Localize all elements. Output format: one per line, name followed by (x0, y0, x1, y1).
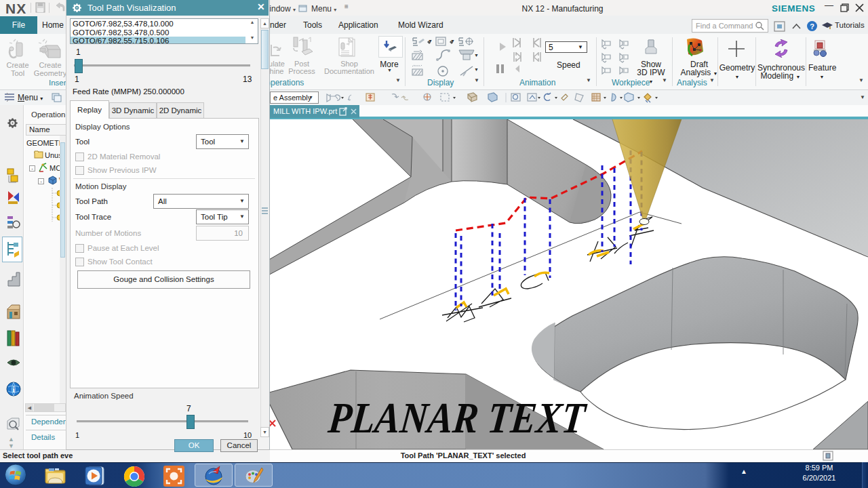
svg-text:?: ? (810, 22, 814, 30)
svg-text:PLANAR TEXT: PLANAR TEXT (326, 394, 589, 442)
svg-text:i: i (12, 384, 15, 394)
